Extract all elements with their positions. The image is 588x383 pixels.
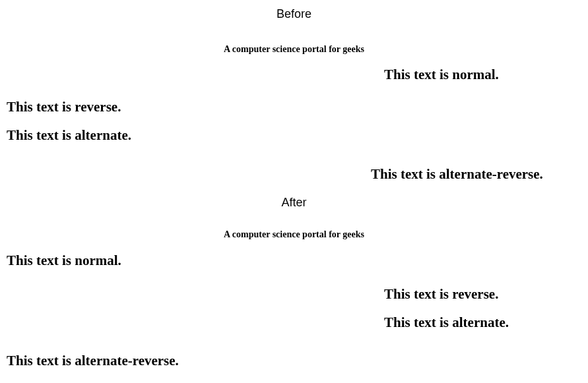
after-text-reverse: This text is reverse. <box>384 286 498 303</box>
before-subtitle: A computer science portal for geeks <box>0 44 588 55</box>
before-heading: Before <box>0 7 588 21</box>
after-heading: After <box>0 196 588 210</box>
after-subtitle: A computer science portal for geeks <box>0 229 588 240</box>
before-text-normal: This text is normal. <box>384 67 499 83</box>
before-text-alternate: This text is alternate. <box>7 127 131 144</box>
after-text-normal: This text is normal. <box>7 252 121 269</box>
before-text-reverse: This text is reverse. <box>7 99 121 115</box>
after-text-alternate-reverse: This text is alternate-reverse. <box>7 353 179 369</box>
after-text-alternate: This text is alternate. <box>384 314 509 331</box>
before-text-alternate-reverse: This text is alternate-reverse. <box>371 166 543 183</box>
